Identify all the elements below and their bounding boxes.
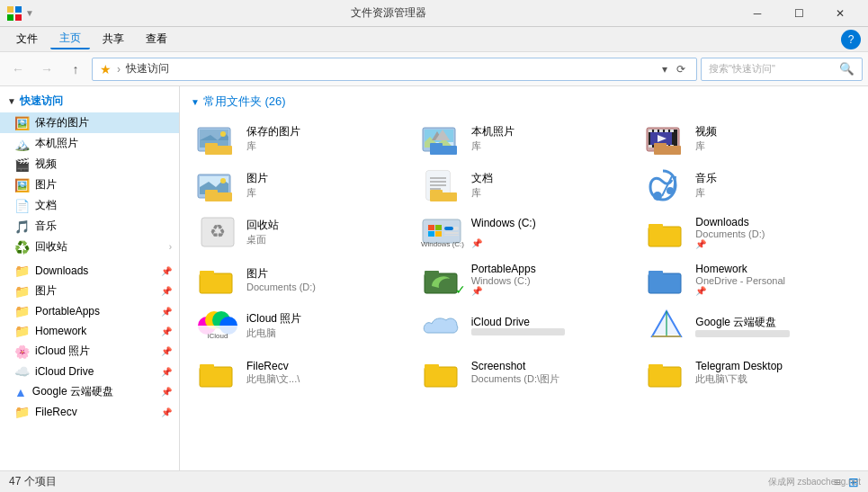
sidebar-item-portableapps[interactable]: 📁 PortableApps 📌 xyxy=(0,301,179,321)
svg-text:iCloud: iCloud xyxy=(208,332,228,340)
view-grid-icon[interactable]: ⊞ xyxy=(848,475,859,489)
svg-rect-21 xyxy=(659,130,663,132)
sidebar-item-downloads[interactable]: 📁 Downloads 📌 xyxy=(0,261,179,281)
downloads2-info: Downloads Documents (D:) 📌 xyxy=(695,216,852,249)
address-dropdown[interactable]: ▾ xyxy=(658,63,671,76)
menu-bar: 文件 主页 共享 查看 ? xyxy=(0,27,868,52)
homework2-pin: 📌 xyxy=(695,286,852,296)
svg-rect-0 xyxy=(7,6,13,13)
file-item-videos[interactable]: 视频 库 xyxy=(640,117,857,160)
downloads2-pin: 📌 xyxy=(695,239,852,249)
maximize-button[interactable]: ☐ xyxy=(778,0,819,27)
file-item-homework2[interactable]: Homework OneDrive - Personal 📌 xyxy=(640,257,857,300)
pictures-info: 图片 库 xyxy=(246,171,403,200)
saved-pics-info: 保存的图片 库 xyxy=(246,124,403,153)
item-count: 47 个项目 xyxy=(9,474,57,489)
sidebar-item-icloud-photos[interactable]: 🌸 iCloud 照片 📌 xyxy=(0,341,179,362)
saved-pics-icon: 🖼️ xyxy=(14,116,30,130)
local-pics-thumb xyxy=(421,121,464,157)
forward-button[interactable]: → xyxy=(34,57,59,82)
up-button[interactable]: ↑ xyxy=(63,57,88,82)
portableapps-pin: 📌 xyxy=(161,307,172,317)
file-item-filerecv2[interactable]: FileRecv 此电脑\文...\ xyxy=(191,351,408,394)
file-item-documents[interactable]: 文档 库 xyxy=(416,164,633,207)
sidebar-item-music[interactable]: 🎵 音乐 xyxy=(0,216,179,237)
file-item-saved-pics[interactable]: 保存的图片 库 xyxy=(191,117,408,160)
recycle-sub: 桌面 xyxy=(246,233,403,246)
search-box[interactable]: 搜索"快速访问" 🔍 xyxy=(701,58,863,81)
address-bar[interactable]: ★ › 快速访问 ▾ ⟳ xyxy=(92,58,697,81)
file-item-icloud-drive2[interactable]: iCloud Drive xyxy=(416,304,633,347)
file-item-portableapps2[interactable]: PortableApps Windows (C:) 📌 ✓ xyxy=(416,257,633,300)
sidebar-quickaccess-label: 快速访问 xyxy=(20,94,63,109)
videos-icon: 🎬 xyxy=(14,157,30,172)
sidebar-section-quickaccess[interactable]: ▼ 快速访问 xyxy=(0,90,179,112)
close-button[interactable]: ✕ xyxy=(819,0,861,27)
app-icon xyxy=(7,6,22,21)
screenshot-sub: Documents (D:\图片 xyxy=(471,372,628,386)
file-item-music[interactable]: 音乐 库 xyxy=(640,164,857,207)
pics2-label: 图片 xyxy=(35,283,154,299)
menu-home[interactable]: 主页 xyxy=(50,29,90,49)
sidebar-item-recycle[interactable]: ♻️ 回收站 › xyxy=(0,237,179,257)
sidebar-item-saved-pics[interactable]: 🖼️ 保存的图片 xyxy=(0,112,179,133)
homework2-info: Homework OneDrive - Personal 📌 xyxy=(695,263,852,296)
sidebar-item-gdrive[interactable]: ▲ Google 云端硬盘 📌 xyxy=(0,381,179,402)
documents-thumb xyxy=(421,167,464,203)
svg-rect-60 xyxy=(444,235,459,236)
sidebar-item-homework[interactable]: 📁 Homework 📌 xyxy=(0,321,179,341)
sidebar: ▼ 快速访问 🖼️ 保存的图片 🏔️ 本机照片 🎬 视频 🖼️ 图片 📄 文档 … xyxy=(0,86,180,470)
sidebar-item-filerecv[interactable]: 📁 FileRecv 📌 xyxy=(0,402,179,422)
file-item-gdrive2[interactable]: Google 云端硬盘 xyxy=(640,304,857,347)
svg-point-7 xyxy=(220,131,226,137)
file-item-telegram[interactable]: Telegram Desktop 此电脑\下载 xyxy=(640,351,857,394)
videos-sub: 库 xyxy=(695,139,852,153)
documents-icon: 📄 xyxy=(14,199,30,213)
music-icon: 🎵 xyxy=(14,219,30,234)
address-refresh[interactable]: ⟳ xyxy=(673,63,689,76)
search-button[interactable]: 🔍 xyxy=(839,62,855,76)
svg-rect-23 xyxy=(670,130,674,132)
file-item-local-pics[interactable]: 本机照片 库 xyxy=(416,117,633,160)
gdrive-label: Google 云端硬盘 xyxy=(32,384,154,399)
menu-view[interactable]: 查看 xyxy=(137,30,176,49)
sidebar-item-documents[interactable]: 📄 文档 xyxy=(0,195,179,216)
svg-rect-16 xyxy=(430,143,443,148)
videos-thumb xyxy=(645,121,688,157)
sidebar-item-local-pics[interactable]: 🏔️ 本机照片 xyxy=(0,133,179,154)
title-bar-icons: ▼ xyxy=(7,6,34,21)
toolbar-right-help: ? xyxy=(841,30,861,49)
sidebar-item-videos[interactable]: 🎬 视频 xyxy=(0,154,179,174)
videos-name: 视频 xyxy=(695,124,852,139)
minimize-button[interactable]: ─ xyxy=(737,0,778,27)
file-item-icloud-photos2[interactable]: iCloud iCloud 照片 此电脑 xyxy=(191,304,408,347)
pictures2-info: 图片 Documents (D:) xyxy=(246,266,403,292)
svg-rect-80 xyxy=(200,367,232,387)
file-item-pictures2[interactable]: 图片 Documents (D:) xyxy=(191,257,408,300)
sidebar-item-icloud-drive[interactable]: ☁️ iCloud Drive 📌 xyxy=(0,362,179,381)
svg-point-46 xyxy=(653,192,662,201)
screenshot-name: Screenshot xyxy=(471,360,628,372)
search-placeholder: 搜索"快速访问" xyxy=(709,62,836,76)
portableapps2-pin: 📌 xyxy=(471,286,628,296)
pics2-pin: 📌 xyxy=(161,286,172,296)
pictures-thumb xyxy=(196,167,239,203)
view-list-icon[interactable]: ≡ xyxy=(834,475,841,489)
gdrive2-sub xyxy=(695,330,789,337)
menu-share[interactable]: 共享 xyxy=(94,30,133,49)
gdrive2-thumb xyxy=(645,308,688,344)
menu-file[interactable]: 文件 xyxy=(7,30,47,49)
saved-pics-label: 保存的图片 xyxy=(35,115,172,130)
file-item-screenshot[interactable]: Screenshot Documents (D:\图片 xyxy=(416,351,633,394)
back-button[interactable]: ← xyxy=(5,57,31,82)
videos-label: 视频 xyxy=(35,157,172,172)
sidebar-item-pics2[interactable]: 📁 图片 📌 xyxy=(0,281,179,301)
svg-rect-58 xyxy=(444,227,453,230)
icloud-photos2-sub: 此电脑 xyxy=(246,327,403,340)
file-item-windows-c[interactable]: Windows (C:) Windows (C:) 📌 xyxy=(416,210,633,254)
sidebar-item-pictures[interactable]: 🖼️ 图片 xyxy=(0,174,179,195)
file-item-recycle[interactable]: ♻ 回收站 桌面 xyxy=(191,210,408,254)
file-item-pictures[interactable]: 图片 库 xyxy=(191,164,408,207)
file-item-downloads2[interactable]: Downloads Documents (D:) 📌 xyxy=(640,210,857,254)
help-button[interactable]: ? xyxy=(841,30,861,49)
